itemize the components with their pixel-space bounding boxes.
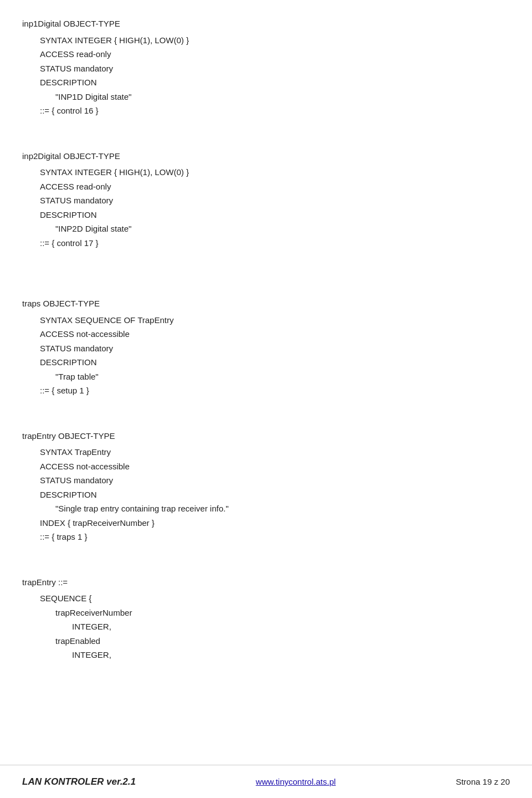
trapentry-line-4: "Single trap entry containing trap recei…	[22, 502, 510, 516]
trapentry-line-1: ACCESS not-accessible	[22, 459, 510, 474]
inp1digital-line-2: STATUS mandatory	[22, 62, 510, 76]
inp2digital-line-0: SYNTAX INTEGER { HIGH(1), LOW(0) }	[22, 165, 510, 180]
trapentry-line-6: ::= { traps 1 }	[22, 530, 510, 544]
traps-line-2: STATUS mandatory	[22, 341, 510, 356]
block-traps: traps OBJECT-TYPE SYNTAX SEQUENCE OF Tra…	[22, 296, 510, 398]
block-trapentry-title: trapEntry OBJECT-TYPE	[22, 429, 510, 443]
inp1digital-line-4: "INP1D Digital state"	[22, 90, 510, 104]
trapentry-line-5: INDEX { trapReceiverNumber }	[22, 516, 510, 530]
trapentry-line-2: STATUS mandatory	[22, 473, 510, 488]
trapentry-line-0: SYNTAX TrapEntry	[22, 445, 510, 459]
inp2digital-line-5: ::= { control 17 }	[22, 236, 510, 250]
block-trapentry-def: trapEntry ::= SEQUENCE { trapReceiverNum…	[22, 575, 510, 662]
block-trapentry: trapEntry OBJECT-TYPE SYNTAX TrapEntry A…	[22, 429, 510, 544]
trapentry-line-3: DESCRIPTION	[22, 488, 510, 502]
traps-line-0: SYNTAX SEQUENCE OF TrapEntry	[22, 313, 510, 328]
inp2digital-line-3: DESCRIPTION	[22, 208, 510, 222]
traps-line-5: ::= { setup 1 }	[22, 383, 510, 398]
page-content: inp1Digital OBJECT-TYPE SYNTAX INTEGER {…	[0, 0, 532, 722]
inp2digital-line-4: "INP2D Digital state"	[22, 222, 510, 236]
block-traps-title: traps OBJECT-TYPE	[22, 296, 510, 311]
footer-page-number: Strona 19 z 20	[456, 777, 510, 786]
page-footer: LAN KONTROLER ver.2.1 www.tinycontrol.at…	[0, 765, 532, 798]
footer-website: www.tinycontrol.ats.pl	[256, 777, 336, 786]
traps-line-3: DESCRIPTION	[22, 355, 510, 370]
inp2digital-line-1: ACCESS read-only	[22, 180, 510, 194]
inp1digital-line-5: ::= { control 16 }	[22, 104, 510, 118]
inp1digital-line-0: SYNTAX INTEGER { HIGH(1), LOW(0) }	[22, 33, 510, 48]
trapentrydef-line-2: INTEGER,	[22, 620, 510, 634]
footer-product-name: LAN KONTROLER ver.2.1	[22, 776, 136, 787]
block-inp2digital: inp2Digital OBJECT-TYPE SYNTAX INTEGER {…	[22, 149, 510, 250]
inp1digital-line-1: ACCESS read-only	[22, 47, 510, 62]
traps-line-4: "Trap table"	[22, 370, 510, 384]
trapentrydef-line-1: trapReceiverNumber	[22, 606, 510, 620]
block-inp1digital: inp1Digital OBJECT-TYPE SYNTAX INTEGER {…	[22, 17, 510, 118]
traps-line-1: ACCESS not-accessible	[22, 327, 510, 341]
inp2digital-line-2: STATUS mandatory	[22, 193, 510, 208]
trapentrydef-line-0: SEQUENCE {	[22, 591, 510, 606]
inp1digital-line-3: DESCRIPTION	[22, 75, 510, 90]
block-inp2digital-title: inp2Digital OBJECT-TYPE	[22, 149, 510, 163]
trapentrydef-line-3: trapEnabled	[22, 634, 510, 648]
trapentrydef-line-4: INTEGER,	[22, 648, 510, 662]
block-trapentry-def-title: trapEntry ::=	[22, 575, 510, 590]
block-inp1digital-title: inp1Digital OBJECT-TYPE	[22, 17, 510, 31]
